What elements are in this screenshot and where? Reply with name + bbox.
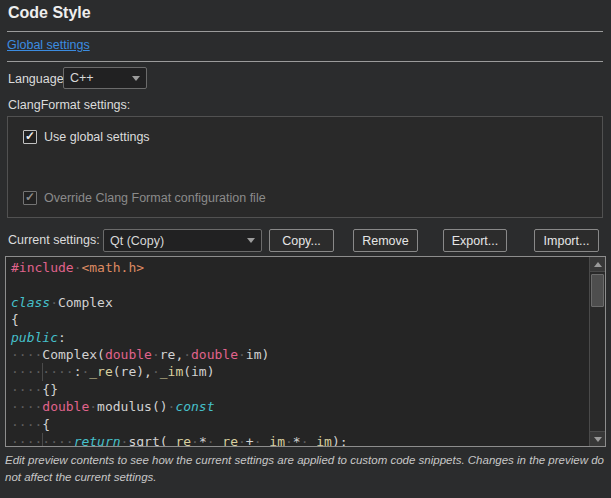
language-combobox[interactable]: C++ — [63, 67, 147, 89]
indent-guide-line — [42, 363, 43, 380]
current-settings-value: Qt (Copy) — [110, 234, 243, 248]
code-line: ········return·sqrt(_re·*·_re·+·_im·*·_i… — [11, 433, 588, 447]
code-line: class·Complex — [11, 294, 588, 311]
language-label: Language: — [8, 72, 67, 86]
scroll-down-button[interactable] — [590, 431, 605, 446]
page-title: Code Style — [8, 4, 91, 22]
scrollbar-thumb[interactable] — [591, 274, 604, 307]
code-line: { — [11, 311, 588, 328]
code-line: public: — [11, 329, 588, 346]
checkbox-checked-disabled-icon — [23, 191, 37, 205]
link-separator — [7, 61, 603, 62]
footer-note: Edit preview contents to see how the cur… — [5, 452, 606, 485]
chevron-down-icon — [132, 76, 140, 81]
code-preview-editor[interactable]: #include·<math.h> class·Complex{public:·… — [5, 256, 606, 447]
indent-guide-line — [42, 433, 43, 447]
use-global-settings-label: Use global settings — [44, 130, 150, 144]
language-combobox-value: C++ — [70, 71, 128, 85]
export-button[interactable]: Export... — [443, 229, 507, 252]
global-settings-link[interactable]: Global settings — [7, 38, 90, 52]
current-settings-label: Current settings: — [8, 233, 100, 247]
import-button[interactable]: Import... — [534, 229, 599, 252]
code-line — [11, 276, 588, 293]
current-settings-combobox[interactable]: Qt (Copy) — [103, 229, 262, 252]
code-editor-content[interactable]: #include·<math.h> class·Complex{public:·… — [6, 257, 588, 446]
copy-button[interactable]: Copy... — [269, 229, 334, 252]
code-style-settings-page: Code Style Global settings Language: C++… — [0, 0, 611, 498]
vertical-scrollbar[interactable] — [589, 257, 605, 446]
code-line: ····Complex(double·re,·double·im) — [11, 346, 588, 363]
use-global-settings-checkbox[interactable]: Use global settings — [23, 130, 150, 144]
checkbox-checked-icon — [23, 130, 37, 144]
code-line: ····{ — [11, 416, 588, 433]
clangformat-groupbox: Use global settings Indenting only Overr… — [7, 116, 603, 218]
scroll-up-button[interactable] — [590, 257, 605, 272]
code-line: ····{} — [11, 381, 588, 398]
code-line: ····double·modulus()·const — [11, 398, 588, 415]
code-line: ········:·_re(re),·_im(im) — [11, 363, 588, 380]
code-line: #include·<math.h> — [11, 259, 588, 276]
triangle-down-icon — [594, 437, 602, 442]
chevron-down-icon — [247, 238, 255, 243]
remove-button[interactable]: Remove — [353, 229, 418, 252]
clangformat-settings-label: ClangFormat settings: — [8, 98, 130, 112]
triangle-up-icon — [594, 262, 602, 267]
override-clang-format-checkbox[interactable]: Override Clang Format configuration file — [23, 191, 266, 205]
title-separator — [7, 31, 603, 32]
override-clang-format-label: Override Clang Format configuration file — [44, 191, 266, 205]
